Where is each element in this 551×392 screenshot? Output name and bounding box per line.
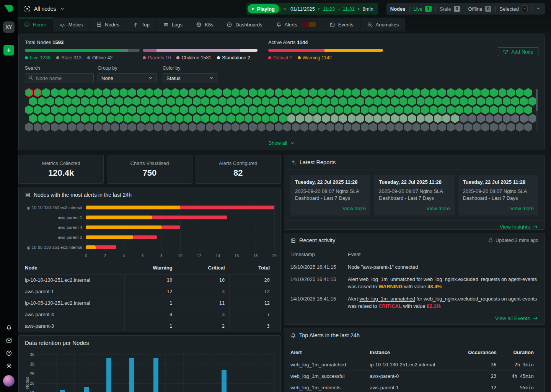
- node-hex-live[interactable]: [490, 105, 498, 114]
- nodes-filter-stale[interactable]: Stale0: [440, 6, 460, 12]
- node-hex-offline_dim[interactable]: [481, 122, 489, 132]
- node-hex-live[interactable]: [344, 88, 352, 97]
- node-hex-live[interactable]: [103, 105, 111, 114]
- node-hex-live[interactable]: [292, 105, 300, 114]
- node-hex-live[interactable]: [275, 105, 283, 114]
- node-hex-live[interactable]: [326, 105, 334, 114]
- node-hex-live[interactable]: [395, 105, 403, 114]
- node-hex-live[interactable]: [210, 97, 218, 106]
- node-hex-offline[interactable]: [477, 114, 485, 123]
- view-more-link[interactable]: View more: [295, 206, 366, 211]
- group-by-select[interactable]: None: [98, 73, 157, 83]
- nodes-dropdown-button[interactable]: [536, 6, 541, 12]
- node-hex-offline[interactable]: [460, 114, 468, 123]
- node-hex-live[interactable]: [245, 97, 253, 106]
- node-hex-live[interactable]: [283, 105, 291, 114]
- node-hex-offline_dim[interactable]: [326, 122, 334, 132]
- node-hex-live[interactable]: [249, 105, 257, 114]
- table-row[interactable]: aws-parent-3123: [25, 320, 274, 332]
- node-hex-live[interactable]: [193, 114, 201, 123]
- node-hex-stale[interactable]: [373, 114, 381, 123]
- node-hex-live[interactable]: [184, 97, 192, 106]
- settings-gear-icon[interactable]: [6, 363, 12, 369]
- node-hex-stale[interactable]: [399, 114, 408, 123]
- node-hex-live[interactable]: [516, 88, 524, 97]
- node-hex-offline[interactable]: [468, 114, 476, 123]
- node-hex-live[interactable]: [335, 88, 343, 97]
- column-header-node[interactable]: Node: [25, 261, 125, 274]
- node-hex-offline_dim[interactable]: [68, 122, 76, 132]
- node-hex-live[interactable]: [176, 114, 184, 123]
- node-hex-live[interactable]: [516, 105, 524, 114]
- node-hex-offline_dim[interactable]: [163, 122, 171, 132]
- node-hex-live[interactable]: [218, 114, 227, 123]
- node-hex-live[interactable]: [361, 105, 369, 114]
- node-hex-live[interactable]: [103, 88, 111, 97]
- node-hex-live[interactable]: [262, 97, 270, 106]
- node-hex-live[interactable]: [305, 97, 313, 106]
- node-hex-live[interactable]: [154, 105, 162, 114]
- node-hex-offline[interactable]: [511, 114, 519, 123]
- node-hex-stale[interactable]: [313, 114, 321, 123]
- node-hex-live[interactable]: [430, 88, 438, 97]
- node-hex-live[interactable]: [55, 97, 63, 106]
- table-row[interactable]: aws-parent-112312: [25, 286, 274, 297]
- node-hex-stale[interactable]: [391, 114, 399, 123]
- report-card[interactable]: Tuesday, 22 Jul 2025 11:282025-09-20 08:…: [290, 175, 370, 216]
- node-hex-live[interactable]: [258, 88, 266, 97]
- node-hex-stale[interactable]: [442, 114, 450, 123]
- node-hex-offline_dim[interactable]: [335, 122, 343, 132]
- node-hex-offline_dim[interactable]: [524, 122, 532, 132]
- retention-bar[interactable]: [222, 370, 227, 392]
- node-hex-live[interactable]: [124, 97, 132, 106]
- node-hex-offline[interactable]: [486, 114, 494, 123]
- node-hex-live[interactable]: [231, 105, 240, 114]
- table-row[interactable]: ip-10-10-130-251.ec2.internal101020: [25, 274, 274, 286]
- node-hex-live[interactable]: [473, 105, 481, 114]
- node-hex-live[interactable]: [180, 88, 188, 97]
- node-hex-offline_dim[interactable]: [369, 122, 377, 132]
- node-hex-live[interactable]: [132, 114, 140, 123]
- node-hex-live[interactable]: [356, 97, 364, 106]
- node-hex-live[interactable]: [85, 105, 93, 114]
- node-hex-offline[interactable]: [520, 114, 528, 123]
- tab-alerts[interactable]: Alerts: [269, 18, 323, 31]
- node-hex-offline_dim[interactable]: [94, 122, 102, 132]
- node-hex-offline_dim[interactable]: [352, 122, 360, 132]
- alert-link[interactable]: web_log_1m_unmatched: [359, 276, 415, 282]
- node-hex-stale[interactable]: [331, 114, 339, 123]
- node-hex-live[interactable]: [98, 114, 106, 123]
- add-space-button[interactable]: +: [3, 45, 14, 56]
- node-hex-live[interactable]: [460, 97, 468, 106]
- node-hex-live[interactable]: [68, 105, 76, 114]
- node-hex-live[interactable]: [167, 114, 175, 123]
- node-hex-live[interactable]: [38, 114, 46, 123]
- tab-k8s[interactable]: K8s: [189, 18, 220, 31]
- node-hex-live[interactable]: [344, 105, 352, 114]
- chevron-down-icon[interactable]: [282, 7, 287, 11]
- node-hex-live[interactable]: [46, 97, 54, 106]
- column-header-warning[interactable]: Warning: [125, 261, 177, 274]
- retention-bar[interactable]: [60, 390, 65, 392]
- node-hex-live[interactable]: [189, 105, 197, 114]
- node-hex-offline_dim[interactable]: [51, 122, 59, 132]
- node-hex-live[interactable]: [318, 105, 326, 114]
- node-hex-live[interactable]: [511, 97, 519, 106]
- node-hex-live[interactable]: [447, 88, 455, 97]
- node-hex-live[interactable]: [421, 105, 429, 114]
- node-hex-live[interactable]: [124, 114, 132, 123]
- node-hex-live[interactable]: [524, 105, 532, 114]
- node-hex-live[interactable]: [231, 88, 240, 97]
- node-hex-live[interactable]: [94, 88, 102, 97]
- retention-bar[interactable]: [106, 358, 111, 392]
- node-hex-live[interactable]: [339, 97, 347, 106]
- node-hex-live[interactable]: [430, 105, 438, 114]
- node-hex-live[interactable]: [90, 97, 98, 106]
- node-hex-live[interactable]: [275, 88, 283, 97]
- node-scope-selector[interactable]: All nodes: [24, 5, 65, 12]
- search-input[interactable]: [25, 73, 94, 83]
- node-hex-live[interactable]: [262, 114, 270, 123]
- node-hex-live[interactable]: [477, 97, 485, 106]
- node-hex-live[interactable]: [283, 88, 291, 97]
- node-hex-live[interactable]: [210, 114, 218, 123]
